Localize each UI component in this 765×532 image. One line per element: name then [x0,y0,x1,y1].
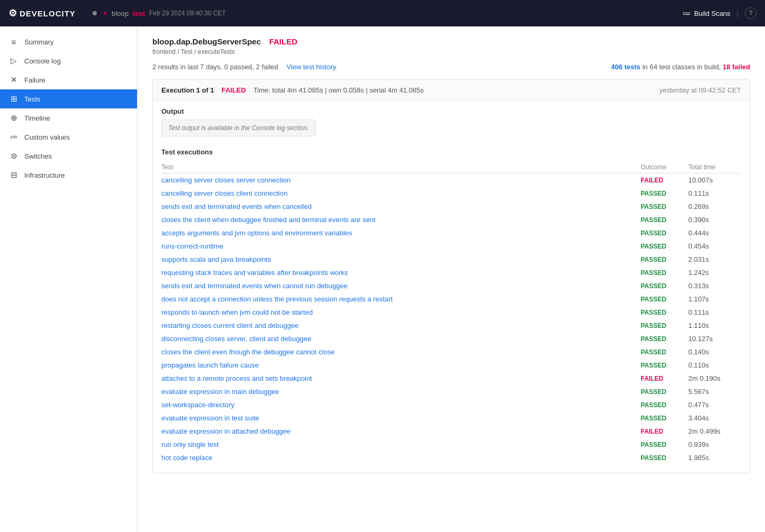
outcome-cell: PASSED [641,266,688,279]
sidebar-item-label: Summary [24,38,54,46]
tab-close-icon[interactable]: × [103,9,107,17]
table-row: requesting stack traces and variables af… [161,266,741,279]
test-name-cell[interactable]: set-workspace-directory [161,398,641,411]
time-cell: 1.242s [688,266,741,279]
test-name-cell[interactable]: runs-correct-runtime [161,240,641,253]
summary-icon: ≡ [8,38,19,47]
spec-header: bloop.dap.DebugServerSpec FAILED fronten… [152,37,750,56]
table-row: closes the client when debuggee finished… [161,213,741,226]
build-scans-button[interactable]: ≔ Build Scans [682,8,731,19]
outcome-cell: PASSED [641,279,688,292]
test-name-cell[interactable]: accepts arguments and jvm options and en… [161,226,641,240]
time-cell: 1.107s [688,292,741,306]
switches-icon: ⊜ [8,151,19,161]
right-stats: 406 tests in 64 test classes in build, 1… [611,63,750,71]
help-icon[interactable]: ? [745,7,757,19]
test-name-cell[interactable]: evaluate expression in attached debuggee [161,425,641,438]
console-log-icon: ▷ [8,56,19,66]
execution-time-detail: Time: total 4m 41.085s | own 0.058s | se… [253,86,424,94]
test-name-cell[interactable]: propagates launch failure cause [161,359,641,372]
view-history-link[interactable]: View test history [286,63,336,71]
time-cell: 0.110s [688,359,741,372]
test-name-cell[interactable]: run only single test [161,438,641,451]
results-summary-group: 2 results in last 7 days, 0 passed, 2 fa… [152,63,336,71]
col-outcome: Outcome [641,161,688,173]
list-icon: ≔ [682,8,691,19]
outcome-cell: PASSED [641,213,688,226]
failed-count: 18 failed [723,63,750,71]
tab-group: × bloop test Feb 29 2024 09:40:30 CET [93,9,226,17]
sidebar-item-console-log[interactable]: ▷ Console log [0,51,137,70]
time-cell: 2m 0.499s [688,425,741,438]
sidebar-item-switches[interactable]: ⊜ Switches [0,146,137,166]
test-name-cell[interactable]: hot code replace [161,451,641,464]
time-cell: 10.007s [688,173,741,187]
outcome-cell: PASSED [641,292,688,306]
sidebar-item-label: Timeline [24,114,50,122]
sidebar-item-tests[interactable]: ⊞ Tests [0,89,137,108]
time-cell: 0.939s [688,438,741,451]
test-name-cell[interactable]: requesting stack traces and variables af… [161,266,641,279]
table-row: accepts arguments and jvm options and en… [161,226,741,240]
test-name-cell[interactable]: responds to launch when jvm could not be… [161,306,641,319]
logo-icon: ⚙ [8,7,17,19]
outcome-cell: PASSED [641,385,688,398]
outcome-cell: PASSED [641,253,688,266]
outcome-cell: FAILED [641,173,688,187]
test-name-cell[interactable]: sends exit and terminated events when ca… [161,279,641,292]
test-name-cell[interactable]: evaluate expression in test suite [161,411,641,425]
sidebar-item-summary[interactable]: ≡ Summary [0,33,137,51]
table-row: closes the client even though the debugg… [161,345,741,359]
time-cell: 0.313s [688,279,741,292]
test-name-cell[interactable]: cancelling server closes server connecti… [161,173,641,187]
main-content: bloop.dap.DebugServerSpec FAILED fronten… [138,26,765,532]
sidebar-item-infrastructure[interactable]: ⊟ Infrastructure [0,166,137,185]
table-row: sends exit and terminated events when ca… [161,200,741,213]
spec-name: bloop.dap.DebugServerSpec [152,37,261,46]
outcome-cell: PASSED [641,451,688,464]
test-name-cell[interactable]: attaches to a remote process and sets br… [161,372,641,385]
sidebar-item-custom-values[interactable]: ≔ Custom values [0,127,137,146]
test-executions-section: Test executions Test Outcome Total time … [153,148,750,473]
sidebar-item-label: Tests [24,95,40,103]
time-cell: 0.454s [688,240,741,253]
outcome-cell: PASSED [641,187,688,200]
sidebar-item-failure[interactable]: ✕ Failure [0,70,137,89]
sidebar-item-label: Switches [24,152,52,160]
time-cell: 3.404s [688,411,741,425]
spec-path: frontend / Test / executeTests [152,48,750,56]
outcome-cell: FAILED [641,372,688,385]
test-name-cell[interactable]: restarting closes current client and deb… [161,319,641,332]
execution-block: Execution 1 of 1 FAILED Time: total 4m 4… [152,79,750,473]
table-row: disconnecting closes server, client and … [161,332,741,345]
test-name-cell[interactable]: closes the client even though the debugg… [161,345,641,359]
test-name-cell[interactable]: disconnecting closes server, client and … [161,332,641,345]
results-text: 2 results in last 7 days, 0 passed, 2 fa… [152,63,278,71]
results-bar: 2 results in last 7 days, 0 passed, 2 fa… [152,63,750,71]
time-cell: 0.477s [688,398,741,411]
tab-timestamp: Feb 29 2024 09:40:30 CET [149,10,226,17]
tab-name-bloop: bloop [112,10,129,17]
execution-status: FAILED [222,86,246,94]
col-test: Test [161,161,641,173]
time-cell: 0.269s [688,200,741,213]
outcome-cell: PASSED [641,411,688,425]
topbar: ⚙ DEVELOCITY × bloop test Feb 29 2024 09… [0,0,765,26]
time-cell: 1.985s [688,451,741,464]
timeline-icon: ⊕ [8,113,19,123]
sidebar-item-label: Infrastructure [24,171,65,179]
test-name-cell[interactable]: sends exit and terminated events when ca… [161,200,641,213]
test-name-cell[interactable]: cancelling server closes client connecti… [161,187,641,200]
time-cell: 0.444s [688,226,741,240]
test-name-cell[interactable]: supports scala and java breakpoints [161,253,641,266]
test-count-link[interactable]: 406 tests [611,63,641,71]
tab-m-indicator [93,11,97,15]
sidebar-item-timeline[interactable]: ⊕ Timeline [0,108,137,127]
build-stats-detail: in 64 test classes in build, [642,63,723,71]
tab-name-test: test [133,10,145,17]
test-name-cell[interactable]: evaluate expression in main debuggee [161,385,641,398]
test-name-cell[interactable]: does not accept a connection unless the … [161,292,641,306]
sidebar-item-label: Failure [24,76,45,84]
outcome-cell: PASSED [641,438,688,451]
test-name-cell[interactable]: closes the client when debuggee finished… [161,213,641,226]
